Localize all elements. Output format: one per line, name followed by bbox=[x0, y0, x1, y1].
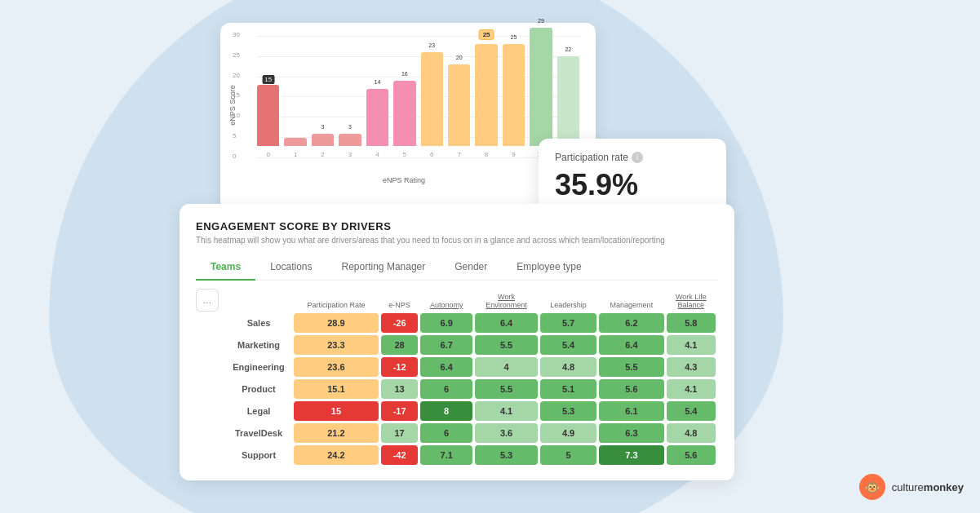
cell-support-autonomy: 7.1 bbox=[420, 445, 472, 465]
cell-support-leadership: 5 bbox=[540, 445, 596, 465]
bar-xlabel-0: 0 bbox=[266, 151, 269, 158]
tab-employee-type[interactable]: Employee type bbox=[502, 254, 596, 281]
bar-xlabel-3: 3 bbox=[348, 151, 352, 158]
team-name-marketing: Marketing bbox=[226, 335, 291, 355]
logo-icon: 🐵 bbox=[859, 474, 885, 500]
cell-travel-autonomy: 6 bbox=[420, 423, 472, 443]
table-row: Sales 28.9 -26 6.9 6.4 5.7 6.2 5.8 bbox=[226, 313, 716, 333]
bar-value-5: 16 bbox=[401, 71, 408, 77]
cell-mkt-workenv: 5.5 bbox=[475, 335, 538, 355]
bar-xlabel-5: 5 bbox=[403, 151, 406, 158]
cell-support-workenv: 5.3 bbox=[475, 445, 538, 465]
bar-value-6: 23 bbox=[428, 42, 435, 48]
cell-eng-wlb: 4.3 bbox=[667, 357, 716, 377]
bar-value-7: 20 bbox=[456, 55, 463, 60]
cell-legal-enps: -17 bbox=[381, 401, 418, 421]
bar-7: 20 7 bbox=[448, 64, 470, 158]
cell-travel-leadership: 4.9 bbox=[540, 423, 596, 443]
heatmap-card: ENGAGEMENT SCORE BY DRIVERS This heatmap… bbox=[180, 204, 734, 480]
bar-0: 15 0 bbox=[257, 85, 279, 158]
bar-1: 1 bbox=[284, 138, 306, 158]
team-name-product: Product bbox=[226, 379, 291, 399]
bar-badge-8: 25 bbox=[479, 29, 494, 40]
col-header-enps: e-NPS bbox=[381, 291, 418, 311]
tab-gender[interactable]: Gender bbox=[440, 254, 502, 281]
bar-fill-5: 16 bbox=[393, 81, 415, 146]
bar-value-3: 3 bbox=[348, 124, 352, 130]
cell-prod-leadership: 5.1 bbox=[540, 379, 596, 399]
cell-prod-workenv: 5.5 bbox=[475, 379, 538, 399]
bar-5: 16 5 bbox=[393, 81, 415, 158]
heatmap-title: ENGAGEMENT SCORE BY DRIVERS bbox=[196, 220, 718, 232]
cell-mkt-autonomy: 6.7 bbox=[420, 335, 472, 355]
heatmap-table: Participation Rate e-NPS Autonomy WorkEn… bbox=[224, 289, 718, 467]
team-name-support: Support bbox=[226, 445, 291, 465]
bar-value-9: 25 bbox=[511, 34, 517, 40]
bar-value-11: 22 bbox=[565, 46, 571, 52]
participation-title: Participation rate i bbox=[555, 152, 710, 163]
cell-sales-autonomy: 6.9 bbox=[420, 313, 472, 333]
tab-teams[interactable]: Teams bbox=[196, 254, 255, 281]
tab-reporting-manager[interactable]: Reporting Manager bbox=[327, 254, 441, 281]
participation-label-text: Participation rate bbox=[555, 152, 628, 163]
col-header-management: Management bbox=[599, 291, 664, 311]
tab-locations[interactable]: Locations bbox=[255, 254, 326, 281]
cell-prod-management: 5.6 bbox=[599, 379, 664, 399]
logo-area: 🐵 culturemonkey bbox=[859, 474, 964, 500]
cell-prod-enps: 13 bbox=[381, 379, 418, 399]
table-row: Support 24.2 -42 7.1 5.3 5 7.3 5.6 bbox=[226, 445, 716, 465]
cell-legal-participation: 15 bbox=[294, 401, 379, 421]
bar-xlabel-8: 8 bbox=[485, 151, 488, 158]
bar-fill-8: 25 bbox=[475, 44, 497, 146]
col-header-leadership: Leadership bbox=[540, 291, 596, 311]
cell-sales-leadership: 5.7 bbox=[540, 313, 596, 333]
cell-legal-management: 6.1 bbox=[599, 401, 664, 421]
table-row: Engineering 23.6 -12 6.4 4 4.8 5.5 4.3 bbox=[226, 357, 716, 377]
heatmap-subtitle: This heatmap will show you what are driv… bbox=[196, 236, 718, 245]
team-name-engineering: Engineering bbox=[226, 357, 291, 377]
cell-legal-wlb: 5.4 bbox=[667, 401, 716, 421]
cell-mkt-wlb: 4.1 bbox=[667, 335, 716, 355]
cell-eng-participation: 23.6 bbox=[294, 357, 379, 377]
bar-xlabel-1: 1 bbox=[294, 151, 297, 158]
cell-sales-workenv: 6.4 bbox=[475, 313, 538, 333]
bar-6: 23 6 bbox=[421, 52, 443, 158]
cell-prod-autonomy: 6 bbox=[420, 379, 472, 399]
col-header-participation: Participation Rate bbox=[294, 291, 379, 311]
participation-value: 35.9% bbox=[555, 168, 710, 202]
cell-sales-wlb: 5.8 bbox=[667, 313, 716, 333]
heatmap-tabs: Teams Locations Reporting Manager Gender… bbox=[196, 254, 718, 281]
cell-mkt-management: 6.4 bbox=[599, 335, 664, 355]
cell-eng-enps: -12 bbox=[381, 357, 418, 377]
bar-fill-9: 25 bbox=[503, 44, 525, 146]
filter-button[interactable]: ... bbox=[196, 289, 219, 312]
logo-text-bold: monkey bbox=[924, 481, 964, 493]
bar-fill-10: 29 bbox=[530, 28, 552, 146]
bar-value-4: 14 bbox=[374, 79, 380, 85]
cell-sales-participation: 28.9 bbox=[294, 313, 379, 333]
cell-travel-enps: 17 bbox=[381, 423, 418, 443]
cell-eng-leadership: 4.8 bbox=[540, 357, 596, 377]
cell-legal-workenv: 4.1 bbox=[475, 401, 538, 421]
logo-text: culturemonkey bbox=[892, 481, 964, 493]
cell-support-participation: 24.2 bbox=[294, 445, 379, 465]
info-icon[interactable]: i bbox=[632, 152, 643, 163]
bar-value-10: 29 bbox=[538, 18, 544, 24]
cell-mkt-leadership: 5.4 bbox=[540, 335, 596, 355]
team-name-legal: Legal bbox=[226, 401, 291, 421]
bar-fill-4: 14 bbox=[366, 89, 388, 146]
col-header-autonomy: Autonomy bbox=[420, 291, 472, 311]
cell-support-wlb: 5.6 bbox=[667, 445, 716, 465]
bar-fill-1 bbox=[284, 138, 306, 146]
bar-fill-0: 15 bbox=[257, 85, 279, 146]
col-header-wlb: Work LifeBalance bbox=[667, 291, 716, 311]
cell-legal-autonomy: 8 bbox=[420, 401, 472, 421]
table-row: Legal 15 -17 8 4.1 5.3 6.1 5.4 bbox=[226, 401, 716, 421]
x-axis-label: eNPS Rating bbox=[228, 176, 579, 184]
monkey-emoji: 🐵 bbox=[864, 480, 880, 495]
cell-eng-management: 5.5 bbox=[599, 357, 664, 377]
bar-xlabel-9: 9 bbox=[512, 151, 515, 158]
cell-eng-workenv: 4 bbox=[475, 357, 538, 377]
y-axis-label: eNPS Score bbox=[228, 85, 237, 126]
bar-2: 3 2 bbox=[312, 134, 334, 158]
